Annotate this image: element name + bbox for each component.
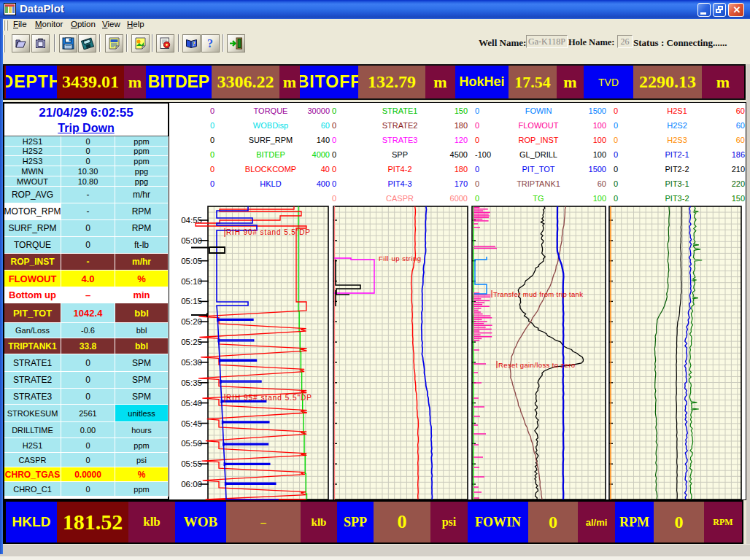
- svg-text:05:05: 05:05: [181, 257, 202, 265]
- svg-text:05:40: 05:40: [181, 399, 202, 408]
- svg-text:05:55: 05:55: [181, 459, 202, 468]
- svg-text:05:50: 05:50: [181, 439, 202, 448]
- svg-text:06:00: 06:00: [181, 480, 202, 489]
- svg-text:Reset gain/loss to zero: Reset gain/loss to zero: [498, 361, 575, 369]
- svg-text:05:35: 05:35: [181, 378, 202, 387]
- svg-text:05:25: 05:25: [181, 338, 202, 346]
- svg-text:05:20: 05:20: [181, 317, 202, 326]
- svg-text:05:15: 05:15: [181, 297, 202, 306]
- svg-text:05:00: 05:00: [181, 236, 202, 245]
- svg-text:RIH 95# stand 5.5"DP: RIH 95# stand 5.5"DP: [226, 394, 312, 402]
- svg-text:05:45: 05:45: [181, 419, 202, 428]
- svg-text:05:10: 05:10: [181, 277, 202, 286]
- svg-text:RIH 90# stand 5.5"DP: RIH 90# stand 5.5"DP: [226, 228, 310, 236]
- svg-text:Transfer mud from trip tank: Transfer mud from trip tank: [493, 290, 583, 298]
- svg-text:Fill up string: Fill up string: [379, 254, 421, 262]
- svg-text:05:30: 05:30: [181, 358, 202, 367]
